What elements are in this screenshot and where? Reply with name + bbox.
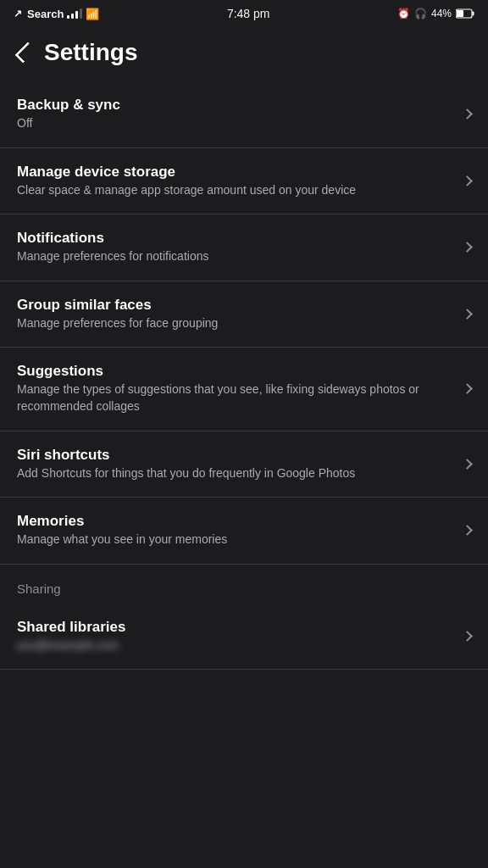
headphone-icon: 🎧 (414, 8, 427, 19)
signal-bars (67, 8, 82, 19)
signal-bar-2 (71, 14, 74, 19)
wifi-icon: 📶 (86, 8, 99, 20)
signal-bar-3 (75, 11, 78, 19)
back-button[interactable] (10, 37, 41, 68)
status-right: ⏰ 🎧 44% (397, 8, 474, 19)
page-title: Settings (44, 39, 137, 66)
chevron-right-icon-siri-shortcuts (462, 459, 473, 470)
settings-item-content-group-faces: Group similar facesManage preferences fo… (17, 297, 463, 332)
settings-item-title-siri-shortcuts: Siri shortcuts (17, 447, 450, 464)
settings-item-content-shared-libraries: Shared librariesyou@example.com (17, 619, 463, 654)
settings-item-title-suggestions: Suggestions (17, 363, 450, 380)
settings-item-memories[interactable]: MemoriesManage what you see in your memo… (0, 498, 488, 565)
settings-item-subtitle-group-faces: Manage preferences for face grouping (17, 315, 450, 332)
location-icon: ↗ (14, 8, 22, 19)
settings-item-subtitle-memories: Manage what you see in your memories (17, 531, 450, 548)
signal-bar-1 (67, 15, 69, 19)
settings-item-subtitle-manage-storage: Clear space & manage app storage amount … (17, 182, 450, 199)
status-left: ↗ Search 📶 (14, 8, 99, 20)
section-header-sharing: Sharing (0, 565, 488, 604)
settings-list: Backup & syncOffManage device storageCle… (0, 81, 488, 670)
settings-item-siri-shortcuts[interactable]: Siri shortcutsAdd Shortcuts for things t… (0, 431, 488, 498)
carrier-text: Search (27, 8, 64, 20)
settings-item-content-backup-sync: Backup & syncOff (17, 97, 463, 132)
settings-item-content-notifications: NotificationsManage preferences for noti… (17, 230, 463, 265)
settings-item-content-siri-shortcuts: Siri shortcutsAdd Shortcuts for things t… (17, 447, 463, 482)
chevron-right-icon-shared-libraries (462, 631, 473, 642)
settings-item-backup-sync[interactable]: Backup & syncOff (0, 81, 488, 148)
settings-item-subtitle-siri-shortcuts: Add Shortcuts for things that you do fre… (17, 465, 450, 482)
settings-item-title-backup-sync: Backup & sync (17, 97, 450, 114)
svg-rect-1 (473, 12, 474, 16)
settings-item-subtitle-suggestions: Manage the types of suggestions that you… (17, 381, 450, 415)
settings-item-subtitle-shared-libraries: you@example.com (17, 637, 450, 654)
chevron-right-icon-backup-sync (462, 108, 473, 120)
settings-item-title-memories: Memories (17, 513, 450, 530)
settings-item-content-suggestions: SuggestionsManage the types of suggestio… (17, 363, 463, 415)
status-time: 7:48 pm (227, 7, 270, 20)
settings-item-subtitle-notifications: Manage preferences for notifications (17, 248, 450, 265)
settings-item-shared-libraries[interactable]: Shared librariesyou@example.com (0, 604, 488, 670)
settings-item-subtitle-backup-sync: Off (17, 115, 450, 132)
settings-item-content-manage-storage: Manage device storageClear space & manag… (17, 164, 463, 199)
back-chevron-icon (14, 42, 36, 63)
settings-item-manage-storage[interactable]: Manage device storageClear space & manag… (0, 148, 488, 215)
chevron-right-icon-suggestions (462, 384, 473, 395)
svg-rect-2 (457, 10, 463, 17)
settings-item-suggestions[interactable]: SuggestionsManage the types of suggestio… (0, 348, 488, 431)
chevron-right-icon-manage-storage (462, 175, 473, 186)
settings-item-notifications[interactable]: NotificationsManage preferences for noti… (0, 214, 488, 281)
battery-icon (456, 8, 474, 19)
section-header-text-sharing: Sharing (17, 581, 61, 596)
page-header: Settings (0, 27, 488, 81)
chevron-right-icon-notifications (462, 242, 473, 253)
settings-item-group-faces[interactable]: Group similar facesManage preferences fo… (0, 281, 488, 348)
alarm-icon: ⏰ (397, 8, 410, 19)
status-bar: ↗ Search 📶 7:48 pm ⏰ 🎧 44% (0, 0, 488, 27)
settings-item-title-notifications: Notifications (17, 230, 450, 247)
settings-item-title-shared-libraries: Shared libraries (17, 619, 450, 636)
chevron-right-icon-memories (462, 526, 473, 537)
signal-bar-4 (80, 8, 82, 19)
settings-item-title-manage-storage: Manage device storage (17, 164, 450, 181)
settings-item-title-group-faces: Group similar faces (17, 297, 450, 314)
battery-text: 44% (431, 8, 452, 19)
settings-item-content-memories: MemoriesManage what you see in your memo… (17, 513, 463, 548)
chevron-right-icon-group-faces (462, 309, 473, 320)
